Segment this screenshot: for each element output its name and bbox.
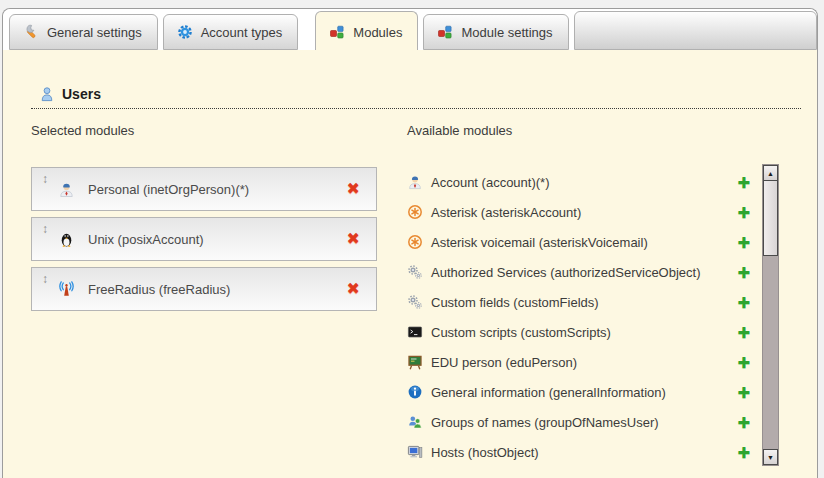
blackboard-icon	[407, 354, 423, 370]
tab-label: Modules	[353, 25, 402, 40]
scroll-down-button[interactable]: ▼	[763, 449, 778, 465]
blue-gear-icon	[177, 24, 193, 40]
available-module-row: Hosts (hostObject) ✚	[407, 437, 750, 467]
drag-handle-icon[interactable]: ↕	[42, 222, 48, 236]
available-module-row: Custom fields (customFields) ✚	[407, 287, 750, 317]
module-label: General information (generalInformation)	[431, 385, 666, 400]
available-module-row: General information (generalInformation)…	[407, 377, 750, 407]
selected-module-row: ↕ FreeRadius (freeRadius) ✖	[31, 267, 377, 311]
available-module-row: EDU person (eduPerson) ✚	[407, 347, 750, 377]
person-icon	[58, 181, 75, 198]
available-module-row: Authorized Services (authorizedServiceOb…	[407, 257, 750, 287]
module-label: Asterisk (asteriskAccount)	[431, 205, 581, 220]
available-module-row: Asterisk voicemail (asteriskVoicemail) ✚	[407, 227, 750, 257]
modules-tab-content: Users Selected modules ↕ Personal (inetO…	[3, 50, 817, 478]
tab-label: Account types	[201, 25, 283, 40]
module-label: Groups of names (groupOfNamesUser)	[431, 415, 659, 430]
delete-icon[interactable]: ✖	[347, 181, 360, 197]
drag-handle-icon[interactable]: ↕	[42, 272, 48, 286]
module-label: Unix (posixAccount)	[88, 232, 347, 247]
available-module-row: Groups of names (groupOfNamesUser) ✚	[407, 407, 750, 437]
delete-icon[interactable]: ✖	[347, 231, 360, 247]
tab-module-settings[interactable]: Module settings	[423, 14, 568, 50]
gears-icon	[407, 264, 423, 280]
add-icon[interactable]: ✚	[737, 175, 750, 190]
asterisk-icon	[407, 234, 423, 250]
person-icon	[407, 174, 423, 190]
tab-label: Module settings	[461, 25, 552, 40]
delete-icon[interactable]: ✖	[347, 281, 360, 297]
wrench-icon	[23, 24, 39, 40]
available-modules-scrollbar[interactable]: ▲ ▼	[762, 164, 779, 466]
tab-bar-filler	[574, 11, 817, 50]
scrollbar-thumb[interactable]	[763, 180, 778, 256]
available-modules-panel: Available modules Account (account)(*) ✚…	[407, 123, 750, 467]
add-icon[interactable]: ✚	[737, 325, 750, 340]
scroll-up-button[interactable]: ▲	[763, 165, 778, 181]
tab-general-settings[interactable]: General settings	[9, 14, 158, 50]
selected-module-row: ↕ Unix (posixAccount) ✖	[31, 217, 377, 261]
module-label: Authorized Services (authorizedServiceOb…	[431, 265, 701, 280]
selected-modules-label: Selected modules	[31, 123, 377, 139]
available-module-row: Custom scripts (customScripts) ✚	[407, 317, 750, 347]
module-label: Custom fields (customFields)	[431, 295, 599, 310]
add-icon[interactable]: ✚	[737, 385, 750, 400]
add-icon[interactable]: ✚	[737, 205, 750, 220]
module-label: Personal (inetOrgPerson)(*)	[88, 182, 347, 197]
gears-icon	[407, 294, 423, 310]
module-label: Account (account)(*)	[431, 175, 550, 190]
add-icon[interactable]: ✚	[737, 355, 750, 370]
module-label: FreeRadius (freeRadius)	[88, 282, 347, 297]
asterisk-icon	[407, 204, 423, 220]
scroll-down-icon: ▼	[767, 454, 774, 461]
tab-bar: General settings Account types Modules M…	[3, 9, 817, 50]
tab-label: General settings	[47, 25, 142, 40]
selected-module-row: ↕ Personal (inetOrgPerson)(*) ✖	[31, 167, 377, 211]
tab-account-types[interactable]: Account types	[163, 14, 299, 50]
info-icon	[407, 384, 423, 400]
module-label: Asterisk voicemail (asteriskVoicemail)	[431, 235, 648, 250]
users-section-header: Users	[31, 86, 801, 109]
available-module-row: Asterisk (asteriskAccount) ✚	[407, 197, 750, 227]
add-icon[interactable]: ✚	[737, 445, 750, 460]
add-icon[interactable]: ✚	[737, 295, 750, 310]
module-label: Hosts (hostObject)	[431, 445, 539, 460]
user-icon	[39, 86, 55, 102]
drag-handle-icon[interactable]: ↕	[42, 172, 48, 186]
terminal-icon	[407, 324, 423, 340]
scroll-up-icon: ▲	[767, 170, 774, 177]
available-modules-label: Available modules	[407, 123, 750, 139]
penguin-icon	[58, 231, 75, 248]
modules-cubes-icon	[437, 24, 453, 40]
config-window: General settings Account types Modules M…	[2, 8, 818, 478]
module-label: Custom scripts (customScripts)	[431, 325, 611, 340]
modules-cubes-icon	[329, 24, 345, 40]
selected-modules-panel: Selected modules ↕ Personal (inetOrgPers…	[31, 123, 377, 467]
add-icon[interactable]: ✚	[737, 235, 750, 250]
add-icon[interactable]: ✚	[737, 415, 750, 430]
group-icon	[407, 414, 423, 430]
module-label: EDU person (eduPerson)	[431, 355, 577, 370]
computer-icon	[407, 444, 423, 460]
add-icon[interactable]: ✚	[737, 265, 750, 280]
tab-modules[interactable]: Modules	[315, 11, 418, 50]
antenna-icon	[58, 281, 75, 298]
available-module-row: Account (account)(*) ✚	[407, 167, 750, 197]
section-title: Users	[62, 86, 101, 102]
